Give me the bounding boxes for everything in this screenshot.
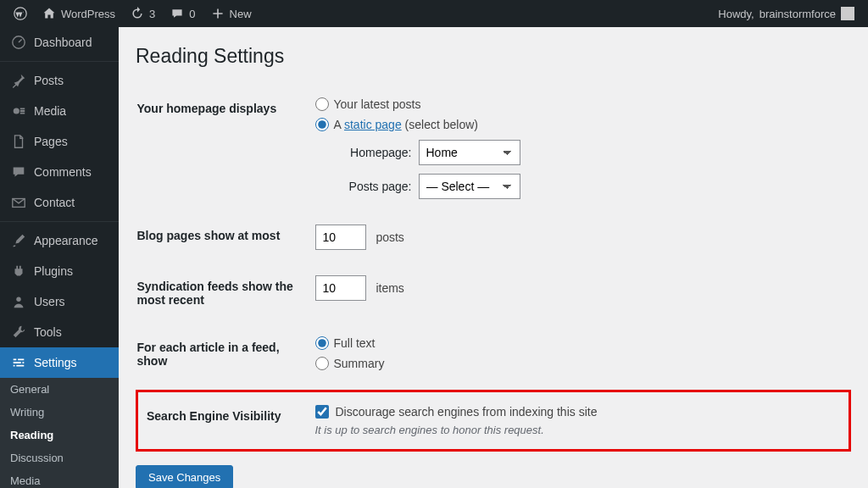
- mail-icon: [10, 194, 27, 211]
- sidebar-item-comments[interactable]: Comments: [0, 157, 119, 187]
- syndication-label: Syndication feeds show the most recent: [137, 263, 307, 324]
- media-icon: [10, 103, 27, 119]
- plugin-icon: [10, 263, 27, 280]
- comment-icon: [170, 7, 184, 20]
- sidebar-item-label: Settings: [34, 356, 77, 369]
- plus-icon: [211, 7, 225, 20]
- sidebar-item-label: Media: [34, 104, 66, 118]
- sidebar-item-appearance[interactable]: Appearance: [0, 225, 119, 256]
- sev-checkbox[interactable]: [315, 405, 329, 419]
- update-icon: [131, 7, 144, 20]
- radio-static-page-label[interactable]: A static page (select below): [334, 118, 478, 131]
- sidebar-item-label: Comments: [34, 165, 92, 179]
- save-changes-button[interactable]: Save Changes: [136, 465, 233, 488]
- radio-latest-posts-label[interactable]: Your latest posts: [334, 97, 421, 111]
- new-content-link[interactable]: New: [204, 0, 259, 27]
- submenu-item-reading[interactable]: Reading: [0, 424, 119, 446]
- posts-page-select[interactable]: — Select —: [419, 174, 520, 199]
- homepage-displays-label: Your homepage displays: [137, 85, 307, 212]
- sidebar-item-label: Tools: [34, 325, 62, 339]
- dashboard-icon: [10, 34, 27, 51]
- radio-summary-label[interactable]: Summary: [334, 357, 385, 370]
- radio-latest-posts[interactable]: [315, 97, 329, 111]
- admin-sidebar: Dashboard Posts Media Pages Comments Con…: [0, 27, 119, 488]
- comment-icon: [10, 164, 27, 180]
- comments-link[interactable]: 0: [164, 0, 202, 27]
- sliders-icon: [10, 354, 27, 371]
- radio-full-text[interactable]: [315, 336, 329, 350]
- blog-pages-suffix: posts: [376, 230, 403, 244]
- sidebar-item-posts[interactable]: Posts: [0, 65, 119, 96]
- sidebar-item-label: Plugins: [34, 264, 73, 278]
- sidebar-item-label: Dashboard: [34, 36, 92, 49]
- new-label: New: [230, 8, 252, 20]
- submenu-item-discussion[interactable]: Discussion: [0, 446, 119, 469]
- blog-pages-input[interactable]: [315, 225, 366, 250]
- posts-page-select-label: Posts page:: [336, 180, 412, 193]
- sidebar-item-label: Pages: [34, 135, 68, 148]
- menu-separator: [0, 221, 119, 222]
- radio-full-text-label[interactable]: Full text: [334, 336, 376, 350]
- sidebar-item-label: Contact: [34, 196, 75, 209]
- static-page-link[interactable]: static page: [344, 118, 402, 131]
- page-title: Reading Settings: [136, 37, 851, 71]
- feed-show-label: For each article in a feed, show: [137, 324, 307, 391]
- sidebar-item-pages[interactable]: Pages: [0, 126, 119, 157]
- admin-bar: WordPress 3 0 New Howdy, brainstormforce: [0, 0, 868, 27]
- homepage-select[interactable]: Home: [419, 140, 520, 165]
- settings-submenu: General Writing Reading Discussion Media…: [0, 378, 119, 488]
- homepage-select-label: Homepage:: [336, 146, 412, 159]
- username-label: brainstormforce: [760, 8, 836, 20]
- menu-separator: [0, 61, 119, 62]
- search-engine-visibility-row: Search Engine Visibility Discourage sear…: [137, 391, 850, 451]
- radio-static-page[interactable]: [315, 118, 329, 131]
- sidebar-item-contact[interactable]: Contact: [0, 187, 119, 218]
- sidebar-item-media[interactable]: Media: [0, 96, 119, 126]
- syndication-suffix: items: [376, 281, 403, 295]
- page-icon: [10, 133, 27, 150]
- sidebar-item-label: Users: [34, 295, 65, 308]
- site-name-label: WordPress: [61, 8, 115, 20]
- sidebar-item-dashboard[interactable]: Dashboard: [0, 27, 119, 58]
- updates-link[interactable]: 3: [124, 0, 162, 27]
- svg-point-2: [14, 108, 19, 114]
- wrench-icon: [10, 324, 27, 341]
- brush-icon: [10, 232, 27, 249]
- sidebar-item-label: Posts: [34, 74, 64, 87]
- sidebar-item-users[interactable]: Users: [0, 286, 119, 317]
- sidebar-item-label: Appearance: [34, 234, 98, 247]
- submenu-item-general[interactable]: General: [0, 378, 119, 401]
- syndication-input[interactable]: [315, 275, 366, 301]
- sev-label: Search Engine Visibility: [137, 391, 307, 451]
- sidebar-item-plugins[interactable]: Plugins: [0, 256, 119, 286]
- sev-checkbox-label[interactable]: Discourage search engines from indexing …: [336, 405, 598, 419]
- submenu-item-media[interactable]: Media: [0, 469, 119, 488]
- pin-icon: [10, 72, 27, 89]
- radio-summary[interactable]: [315, 357, 329, 370]
- sidebar-item-tools[interactable]: Tools: [0, 317, 119, 347]
- page-content: Reading Settings Your homepage displays …: [119, 27, 868, 488]
- wordpress-icon: [14, 7, 27, 20]
- my-account-link[interactable]: Howdy, brainstormforce: [711, 0, 861, 27]
- avatar: [841, 7, 854, 20]
- updates-count: 3: [149, 8, 155, 20]
- home-icon: [42, 7, 56, 20]
- svg-point-4: [16, 297, 20, 302]
- sidebar-item-settings[interactable]: Settings: [0, 347, 119, 378]
- wp-logo[interactable]: [7, 0, 34, 27]
- comments-count: 0: [189, 8, 195, 20]
- sev-description: It is up to search engines to honor this…: [315, 424, 841, 436]
- howdy-prefix: Howdy,: [718, 8, 754, 20]
- submenu-item-writing[interactable]: Writing: [0, 401, 119, 424]
- site-name-link[interactable]: WordPress: [36, 0, 122, 27]
- user-icon: [10, 293, 27, 310]
- blog-pages-label: Blog pages show at most: [137, 212, 307, 263]
